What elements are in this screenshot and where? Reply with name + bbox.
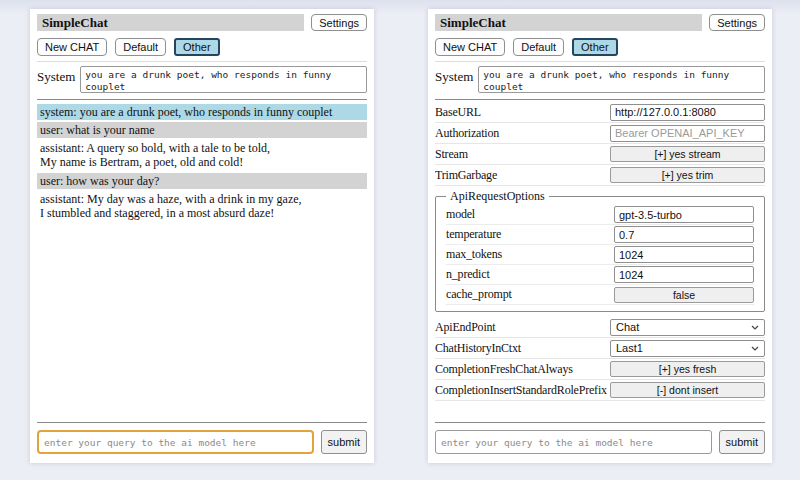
chat-history-in-ctxt-select[interactable]: Last1: [610, 340, 765, 357]
system-prompt-row: System you are a drunk poet, who respond…: [37, 66, 367, 93]
n-predict-label: n_predict: [446, 267, 614, 282]
query-bar: submit: [435, 416, 765, 454]
api-request-options-fieldset: ApiRequestOptions model temperature max_…: [435, 189, 765, 312]
setting-row-api-endpoint: ApiEndPoint Chat: [435, 317, 765, 338]
api-endpoint-selected-value: Chat: [616, 321, 639, 333]
chevron-down-icon: [751, 346, 759, 351]
chat-message-list: system: you are a drunk poet, who respon…: [37, 104, 367, 221]
query-bar: submit: [37, 416, 367, 454]
submit-button[interactable]: submit: [719, 430, 765, 454]
max-tokens-label: max_tokens: [446, 247, 614, 262]
api-request-options-legend: ApiRequestOptions: [446, 189, 549, 204]
chat-message-user: user: what is your name: [37, 122, 367, 138]
chat-divider: [37, 99, 367, 100]
setting-row-chat-history-in-ctxt: ChatHistoryInCtxt Last1: [435, 338, 765, 359]
completion-insert-role-prefix-toggle-button[interactable]: [-] dont insert: [610, 382, 765, 398]
system-prompt-label: System: [435, 66, 473, 93]
setting-row-baseurl: BaseURL: [435, 102, 765, 123]
completion-fresh-chat-toggle-button[interactable]: [+] yes fresh: [610, 361, 765, 377]
chat-panel: SimpleChat Settings New CHAT Default Oth…: [30, 9, 374, 463]
temperature-label: temperature: [446, 227, 614, 242]
settings-button[interactable]: Settings: [709, 14, 765, 31]
authorization-input[interactable]: [610, 125, 765, 142]
settings-list: BaseURL Authorization Stream [+] yes str…: [435, 102, 765, 401]
setting-row-completion-fresh-chat-always: CompletionFreshChatAlways [+] yes fresh: [435, 359, 765, 380]
chat-message-user: user: how was your day?: [37, 173, 367, 189]
chat-message-assistant: assistant: A query so bold, with a tale …: [37, 140, 367, 170]
setting-row-authorization: Authorization: [435, 123, 765, 144]
setting-row-temperature: temperature: [446, 225, 754, 245]
baseurl-label: BaseURL: [435, 105, 610, 120]
setting-row-trimgarbage: TrimGarbage [+] yes trim: [435, 165, 765, 186]
toolbar-divider: [435, 61, 765, 62]
system-prompt-input[interactable]: you are a drunk poet, who responds in fu…: [478, 66, 765, 93]
toolbar-divider: [37, 61, 367, 62]
titlebar: SimpleChat Settings: [37, 14, 367, 31]
trimgarbage-label: TrimGarbage: [435, 168, 610, 183]
query-input[interactable]: [435, 430, 712, 454]
app-title: SimpleChat: [435, 14, 702, 31]
model-input[interactable]: [614, 206, 754, 223]
system-prompt-input[interactable]: you are a drunk poet, who responds in fu…: [80, 66, 367, 93]
completion-insert-standard-role-prefix-label: CompletionInsertStandardRolePrefix: [435, 383, 610, 398]
settings-button[interactable]: Settings: [311, 14, 367, 31]
api-endpoint-label: ApiEndPoint: [435, 320, 610, 335]
session-button-other[interactable]: Other: [174, 38, 220, 56]
setting-row-model: model: [446, 205, 754, 225]
chat-history-selected-value: Last1: [616, 342, 643, 354]
setting-row-completion-insert-standard-role-prefix: CompletionInsertStandardRolePrefix [-] d…: [435, 380, 765, 401]
screenshot-stage: SimpleChat Settings New CHAT Default Oth…: [0, 0, 800, 480]
session-button-other[interactable]: Other: [572, 38, 618, 56]
cache-prompt-toggle-button[interactable]: false: [614, 287, 754, 303]
stream-label: Stream: [435, 147, 610, 162]
system-prompt-row: System you are a drunk poet, who respond…: [435, 66, 765, 93]
chat-message-system: system: you are a drunk poet, who respon…: [37, 104, 367, 120]
chevron-down-icon: [751, 325, 759, 330]
new-chat-button[interactable]: New CHAT: [37, 38, 107, 56]
max-tokens-input[interactable]: [614, 246, 754, 263]
query-divider: [37, 422, 367, 423]
chat-history-in-ctxt-label: ChatHistoryInCtxt: [435, 341, 610, 356]
new-chat-button[interactable]: New CHAT: [435, 38, 505, 56]
trimgarbage-toggle-button[interactable]: [+] yes trim: [610, 167, 765, 183]
session-toolbar: New CHAT Default Other: [435, 38, 765, 56]
completion-fresh-chat-always-label: CompletionFreshChatAlways: [435, 362, 610, 377]
session-toolbar: New CHAT Default Other: [37, 38, 367, 56]
authorization-label: Authorization: [435, 126, 610, 141]
submit-button[interactable]: submit: [321, 430, 367, 454]
setting-row-n-predict: n_predict: [446, 265, 754, 285]
n-predict-input[interactable]: [614, 266, 754, 283]
app-title: SimpleChat: [37, 14, 304, 31]
cache-prompt-label: cache_prompt: [446, 287, 614, 302]
setting-row-stream: Stream [+] yes stream: [435, 144, 765, 165]
stream-toggle-button[interactable]: [+] yes stream: [610, 146, 765, 162]
settings-panel: SimpleChat Settings New CHAT Default Oth…: [428, 9, 772, 463]
chat-message-assistant: assistant: My day was a haze, with a dri…: [37, 191, 367, 221]
query-input[interactable]: [37, 430, 314, 454]
setting-row-max-tokens: max_tokens: [446, 245, 754, 265]
baseurl-input[interactable]: [610, 104, 765, 121]
titlebar: SimpleChat Settings: [435, 14, 765, 31]
query-divider: [435, 422, 765, 423]
model-label: model: [446, 207, 614, 222]
api-endpoint-select[interactable]: Chat: [610, 319, 765, 336]
session-button-default[interactable]: Default: [115, 38, 166, 56]
setting-row-cache-prompt: cache_prompt false: [446, 285, 754, 305]
settings-divider: [435, 99, 765, 100]
system-prompt-label: System: [37, 66, 75, 93]
session-button-default[interactable]: Default: [513, 38, 564, 56]
temperature-input[interactable]: [614, 226, 754, 243]
